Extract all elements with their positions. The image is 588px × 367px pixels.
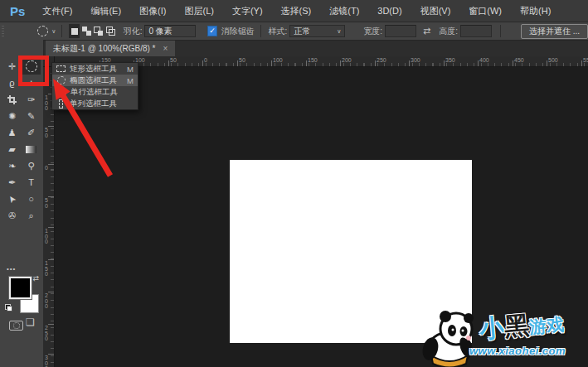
gradient-tool-icon bbox=[26, 146, 36, 153]
dodge-tool[interactable]: ⚲ bbox=[22, 157, 41, 174]
height-input[interactable] bbox=[460, 25, 492, 37]
width-input[interactable] bbox=[385, 25, 416, 37]
history-brush-tool[interactable]: ✐ bbox=[22, 124, 41, 141]
tools-panel: ✛ϱ∴✑✺✎♟✐▰❧⚲✒T➤○✇⌕ ••• ⇄ ❏ bbox=[0, 40, 44, 367]
style-label: 样式: bbox=[268, 26, 287, 37]
antialias-checkbox[interactable] bbox=[207, 26, 216, 36]
crop-tool[interactable] bbox=[2, 91, 22, 108]
menu-item[interactable]: 文件(F) bbox=[33, 0, 81, 22]
spot-healing-brush-tool[interactable]: ✺ bbox=[2, 108, 22, 124]
ellipse-marquee-icon bbox=[56, 76, 66, 85]
menu-items: 文件(F)编辑(E)图像(I)图层(L)文字(Y)选择(S)滤镜(T)3D(D)… bbox=[33, 0, 560, 22]
elliptical-marquee-tool[interactable] bbox=[22, 58, 41, 75]
watermark-title: 小黑游戏 bbox=[478, 306, 565, 347]
spot-healing-brush-tool-icon: ✺ bbox=[8, 112, 16, 121]
add-to-selection-button[interactable] bbox=[81, 24, 92, 38]
color-swatches: ⇄ bbox=[5, 274, 40, 314]
ruler-label: 200 bbox=[342, 57, 352, 63]
flyout-item-label: 单列选框工具 bbox=[70, 99, 117, 109]
flyout-item-label: 单行选框工具 bbox=[70, 87, 118, 98]
smudge-tool[interactable]: ❧ bbox=[2, 157, 22, 174]
ruler-tick bbox=[409, 60, 410, 66]
menu-item[interactable]: 选择(S) bbox=[272, 0, 321, 22]
flyout-item-row-marquee[interactable]: 单行选框工具 bbox=[52, 86, 138, 98]
menu-item[interactable]: 窗口(W) bbox=[459, 0, 511, 22]
hand-tool[interactable]: ✇ bbox=[2, 207, 22, 224]
quick-mask-button[interactable] bbox=[9, 321, 23, 331]
ruler-tick bbox=[271, 60, 272, 66]
flyout-item-col-marquee[interactable]: 单列选框工具 bbox=[52, 98, 138, 109]
menu-item[interactable]: 滤镜(T) bbox=[320, 0, 368, 22]
brush-tool[interactable]: ✎ bbox=[22, 108, 41, 124]
ruler-tick bbox=[48, 164, 54, 165]
swap-colors-icon[interactable]: ⇄ bbox=[32, 274, 39, 282]
ruler-tick bbox=[48, 196, 54, 197]
separator bbox=[500, 25, 501, 37]
separator bbox=[260, 25, 261, 37]
tool-preset-picker[interactable]: ∨ bbox=[37, 26, 56, 36]
options-bar-grip[interactable] bbox=[2, 26, 4, 37]
menu-item[interactable]: 编辑(E) bbox=[81, 0, 130, 22]
ruler-label: 5 0 bbox=[45, 128, 48, 138]
menu-item[interactable]: 视图(V) bbox=[411, 0, 460, 22]
height-label: 高度: bbox=[439, 26, 458, 37]
ruler-tick bbox=[48, 292, 54, 292]
menu-bar: Ps 文件(F)编辑(E)图像(I)图层(L)文字(Y)选择(S)滤镜(T)3D… bbox=[0, 0, 588, 22]
screen-mode-button[interactable]: ❏ bbox=[26, 316, 35, 328]
ruler-tick bbox=[202, 60, 203, 66]
pen-tool[interactable]: ✒ bbox=[2, 174, 22, 191]
foreground-color-swatch[interactable] bbox=[9, 277, 32, 299]
eyedropper-tool[interactable]: ✑ bbox=[22, 91, 41, 108]
lasso-tool[interactable]: ϱ bbox=[2, 75, 22, 91]
vertical-ruler: 1 0 05 005 01 0 01 5 02 0 02 5 03 0 0 bbox=[43, 66, 55, 367]
watermark-title-part2: 黑 bbox=[503, 311, 531, 340]
flyout-item-ellipse-marquee[interactable]: 椭圆选框工具M bbox=[52, 75, 138, 86]
subtract-from-selection-button[interactable] bbox=[93, 24, 104, 38]
watermark-title-part3: 游戏 bbox=[528, 315, 565, 337]
hand-tool-icon: ✇ bbox=[8, 211, 16, 220]
ellipse-shape-tool[interactable]: ○ bbox=[22, 191, 41, 207]
ruler-label: 50 bbox=[170, 57, 177, 63]
photoshop-logo: Ps bbox=[10, 4, 25, 18]
menu-item[interactable]: 帮助(H) bbox=[511, 0, 560, 22]
ruler-label: 350 bbox=[445, 57, 455, 63]
ruler-tick bbox=[306, 60, 307, 66]
new-selection-button[interactable] bbox=[69, 24, 80, 38]
flyout-item-label: 椭圆选框工具 bbox=[70, 75, 117, 86]
zoom-tool[interactable]: ⌕ bbox=[22, 207, 41, 224]
new-selection-icon bbox=[71, 28, 78, 35]
ruler-tick bbox=[48, 354, 54, 355]
ruler-tick bbox=[48, 126, 54, 127]
intersect-selection-button[interactable] bbox=[105, 24, 116, 38]
flyout-item-rect-marquee[interactable]: 矩形选框工具M bbox=[52, 63, 138, 75]
move-tool[interactable]: ✛ bbox=[2, 58, 22, 75]
eyedropper-tool-icon: ✑ bbox=[27, 95, 35, 104]
document-tab[interactable]: 未标题-1 @ 100%(RGB/8) * × bbox=[46, 41, 175, 56]
ruler-label: 500 bbox=[548, 57, 558, 63]
path-selection-tool[interactable]: ➤ bbox=[2, 191, 22, 207]
menu-item[interactable]: 文字(Y) bbox=[223, 0, 272, 22]
quick-selection-tool[interactable]: ∴ bbox=[22, 75, 41, 91]
feather-input[interactable] bbox=[144, 25, 196, 37]
type-tool[interactable]: T bbox=[22, 174, 41, 191]
tab-close-icon[interactable]: × bbox=[163, 44, 168, 53]
menu-item[interactable]: 图层(L) bbox=[175, 0, 222, 22]
edit-toolbar-button[interactable]: ••• bbox=[7, 265, 16, 273]
swap-width-height-icon[interactable]: ⇄ bbox=[423, 26, 430, 36]
options-bar: ∨ 羽化: 消除锯齿 样式: 正常 ∨ 宽度: ⇄ 高度: 选择并遮住 ... bbox=[0, 22, 588, 41]
watermark-title-part1: 小 bbox=[479, 313, 506, 342]
gradient-tool[interactable] bbox=[22, 141, 41, 157]
menu-item[interactable]: 图像(I) bbox=[130, 0, 175, 22]
default-colors-icon[interactable] bbox=[5, 304, 12, 311]
col-marquee-icon bbox=[56, 99, 66, 109]
menu-item[interactable]: 3D(D) bbox=[368, 0, 411, 22]
clone-stamp-tool[interactable]: ♟ bbox=[2, 124, 22, 141]
ruler-label: 0 bbox=[204, 57, 207, 63]
select-and-mask-button[interactable]: 选择并遮住 ... bbox=[521, 24, 588, 39]
eraser-tool[interactable]: ▰ bbox=[2, 141, 22, 157]
dodge-tool-icon: ⚲ bbox=[27, 162, 34, 171]
move-tool-icon: ✛ bbox=[8, 62, 16, 71]
ellipse-shape-tool-icon: ○ bbox=[28, 195, 34, 204]
style-select[interactable]: 正常 ∨ bbox=[289, 25, 345, 37]
rect-marquee-icon bbox=[56, 65, 66, 72]
